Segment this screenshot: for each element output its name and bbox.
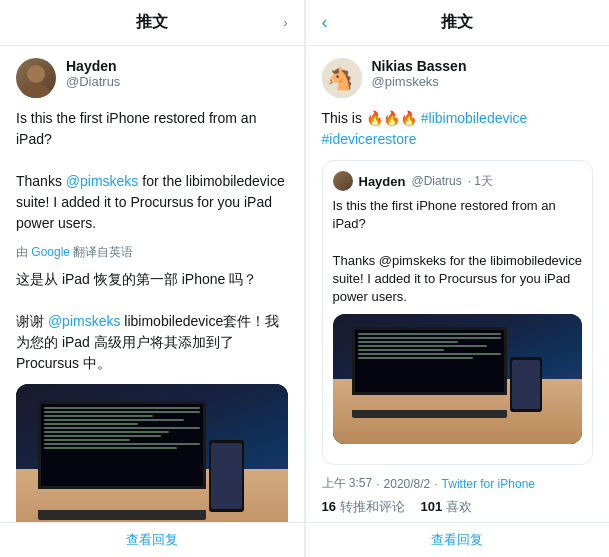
left-panel-header: 推文 ›: [0, 0, 304, 46]
right-panel-content: 🐴 Nikias Bassen @pimskeks This is 🔥🔥🔥 #l…: [306, 46, 610, 522]
likes-count: 101 喜欢: [421, 498, 472, 516]
quoted-tweet[interactable]: Hayden @Diatrus · 1天 Is this the first i…: [322, 160, 594, 465]
tweet-text-right: This is 🔥🔥🔥 #libimobiledevice #idevicere…: [322, 108, 594, 150]
tweet-stats: 16 转推和评论 101 喜欢: [322, 498, 594, 516]
hashtag-idevicerestore[interactable]: #idevicerestore: [322, 131, 417, 147]
avatar-right[interactable]: 🐴: [322, 58, 362, 98]
right-more-button[interactable]: 查看回复: [431, 531, 483, 549]
left-more-button[interactable]: 查看回复: [126, 531, 178, 549]
tweet-header-right: 🐴 Nikias Bassen @pimskeks: [322, 58, 594, 98]
tweet-date: 2020/8/2: [384, 477, 431, 491]
mention-pimskeks[interactable]: @pimskeks: [66, 173, 139, 189]
retweet-count: 16 转推和评论: [322, 498, 405, 516]
google-translate-link[interactable]: Google: [31, 245, 70, 259]
quoted-avatar: [333, 171, 353, 191]
hashtag-libimobiledevice[interactable]: #libimobiledevice: [421, 110, 528, 126]
tweet-source[interactable]: Twitter for iPhone: [442, 477, 535, 491]
user-info-right: Nikias Bassen @pimskeks: [372, 58, 467, 89]
svg-point-0: [27, 65, 45, 83]
display-name-left[interactable]: Hayden: [66, 58, 120, 74]
tweet-header-left: Hayden @Diatrus: [16, 58, 288, 98]
quoted-tweet-header: Hayden @Diatrus · 1天: [333, 171, 583, 191]
left-bottom-bar: 查看回复: [0, 522, 304, 557]
quoted-username: @Diatrus: [411, 174, 461, 188]
tweet-time: 上午 3:57: [322, 475, 373, 492]
right-panel-header: ‹ 推文: [306, 0, 610, 46]
quoted-time: · 1天: [468, 173, 493, 190]
translated-text: 这是从 iPad 恢复的第一部 iPhone 吗？ 谢谢 @pimskeks l…: [16, 269, 288, 374]
username-right[interactable]: @pimskeks: [372, 74, 467, 89]
translation-label: 由 Google 翻译自英语: [16, 244, 288, 261]
mention-pimskeks-translated[interactable]: @pimskeks: [48, 313, 121, 329]
right-bottom-bar: 查看回复: [306, 522, 610, 557]
back-icon[interactable]: ‹: [322, 12, 328, 33]
user-info-left: Hayden @Diatrus: [66, 58, 120, 89]
right-panel: ‹ 推文 🐴 Nikias Bassen @pimskeks This is 🔥…: [306, 0, 610, 557]
tweet-text-left: Is this the first iPhone restored from a…: [16, 108, 288, 234]
chevron-down-icon: ›: [284, 16, 288, 30]
right-panel-title: 推文: [441, 12, 473, 33]
svg-text:🐴: 🐴: [326, 65, 354, 92]
quoted-tweet-text: Is this the first iPhone restored from a…: [333, 197, 583, 306]
left-panel: 推文 › Hayden @Diatrus Is this the first i…: [0, 0, 305, 557]
tweet-image-right[interactable]: [333, 314, 583, 444]
display-name-right[interactable]: Nikias Bassen: [372, 58, 467, 74]
avatar-left[interactable]: [16, 58, 56, 98]
left-panel-title: 推文: [136, 12, 168, 33]
quoted-display-name: Hayden: [359, 174, 406, 189]
svg-point-1: [22, 84, 50, 98]
tweet-footer: 上午 3:57 · 2020/8/2 · Twitter for iPhone: [322, 475, 594, 492]
username-left[interactable]: @Diatrus: [66, 74, 120, 89]
tweet-image-left[interactable]: [16, 384, 288, 522]
left-panel-content: Hayden @Diatrus Is this the first iPhone…: [0, 46, 304, 522]
